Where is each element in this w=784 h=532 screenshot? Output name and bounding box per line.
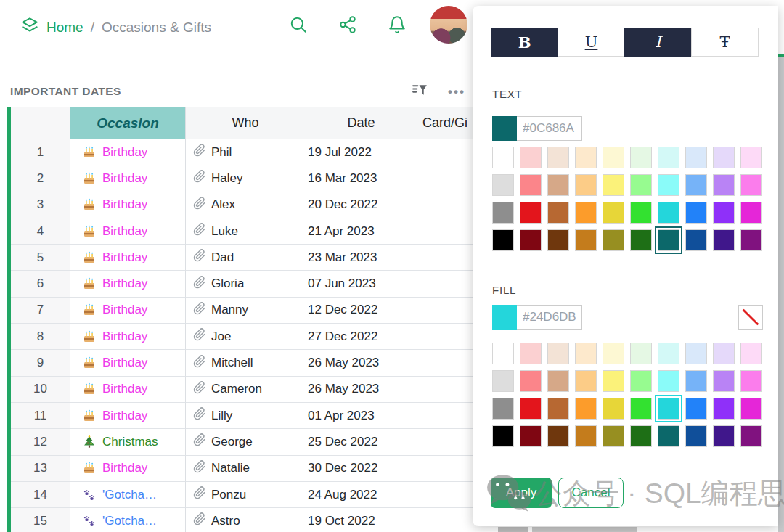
color-swatch[interactable]	[575, 370, 597, 392]
color-swatch[interactable]	[658, 202, 679, 224]
occasion-cell[interactable]: Birthday	[70, 324, 186, 350]
occasion-cell[interactable]: Birthday	[70, 456, 186, 482]
header-card-gift[interactable]: Card/Gi	[415, 107, 473, 139]
color-swatch[interactable]	[520, 202, 542, 224]
date-cell[interactable]: 12 Dec 2022	[298, 298, 415, 324]
color-swatch[interactable]	[685, 425, 707, 447]
card-gift-cell[interactable]	[415, 482, 473, 508]
color-swatch[interactable]	[603, 147, 624, 168]
color-swatch[interactable]	[658, 229, 679, 251]
color-swatch[interactable]	[575, 147, 597, 168]
color-swatch[interactable]	[603, 425, 624, 447]
color-swatch[interactable]	[547, 398, 569, 420]
color-swatch[interactable]	[685, 229, 707, 251]
who-cell[interactable]: Alex	[186, 192, 298, 218]
date-cell[interactable]: 24 Aug 2022	[298, 482, 415, 508]
card-gift-cell[interactable]	[415, 245, 473, 271]
color-swatch[interactable]	[630, 229, 652, 251]
color-swatch[interactable]	[713, 425, 735, 447]
card-gift-cell[interactable]	[415, 165, 473, 192]
who-cell[interactable]: Cameron	[186, 377, 298, 403]
card-gift-cell[interactable]	[415, 508, 473, 532]
strike-button[interactable]: Ŧ	[691, 28, 759, 57]
color-swatch[interactable]	[658, 425, 679, 447]
card-gift-cell[interactable]	[415, 350, 473, 376]
color-swatch[interactable]	[603, 343, 624, 364]
underline-button[interactable]: U	[558, 28, 625, 57]
date-cell[interactable]: 19 Oct 2022	[298, 508, 415, 532]
color-swatch[interactable]	[520, 229, 542, 251]
share-icon[interactable]	[338, 15, 357, 37]
card-gift-cell[interactable]	[415, 377, 473, 403]
color-swatch[interactable]	[685, 147, 707, 168]
date-cell[interactable]: 07 Jun 2023	[298, 271, 415, 297]
bell-icon[interactable]	[388, 15, 407, 37]
date-cell[interactable]: 01 Apr 2023	[298, 403, 415, 429]
search-icon[interactable]	[289, 15, 308, 37]
color-swatch[interactable]	[603, 174, 624, 196]
occasion-cell[interactable]: Birthday	[70, 192, 186, 218]
date-cell[interactable]: 23 Mar 2023	[298, 245, 415, 271]
color-swatch[interactable]	[685, 370, 707, 392]
header-who[interactable]: Who	[186, 107, 298, 139]
date-cell[interactable]: 19 Jul 2022	[298, 139, 415, 165]
who-cell[interactable]: Manny	[186, 298, 298, 324]
date-cell[interactable]: 21 Apr 2023	[298, 218, 415, 245]
color-swatch[interactable]	[547, 425, 569, 447]
color-swatch[interactable]	[740, 202, 762, 224]
color-swatch[interactable]	[603, 398, 624, 420]
color-swatch[interactable]	[713, 174, 735, 196]
color-swatch[interactable]	[575, 202, 597, 224]
card-gift-cell[interactable]	[415, 271, 473, 297]
color-swatch[interactable]	[547, 370, 569, 392]
color-swatch[interactable]	[520, 425, 542, 447]
color-swatch[interactable]	[713, 229, 735, 251]
occasion-cell[interactable]: 'Gotcha…	[70, 508, 186, 532]
date-cell[interactable]: 26 May 2023	[298, 350, 415, 376]
color-swatch[interactable]	[603, 370, 624, 392]
who-cell[interactable]: Mitchell	[186, 350, 298, 376]
color-swatch[interactable]	[492, 147, 514, 168]
cancel-button[interactable]: Cancel	[558, 478, 624, 508]
who-cell[interactable]: Astro	[186, 508, 298, 532]
color-swatch[interactable]	[713, 343, 735, 364]
color-swatch[interactable]	[520, 174, 542, 196]
vertical-scrollbar[interactable]	[778, 57, 784, 532]
color-swatch[interactable]	[740, 229, 762, 251]
color-swatch[interactable]	[492, 398, 514, 420]
italic-button[interactable]: I	[624, 28, 692, 57]
who-cell[interactable]: Ponzu	[186, 482, 298, 508]
who-cell[interactable]: Haley	[186, 165, 298, 192]
color-swatch[interactable]	[740, 370, 762, 392]
occasion-cell[interactable]: Birthday	[70, 165, 186, 192]
who-cell[interactable]: Natalie	[186, 456, 298, 482]
date-cell[interactable]: 16 Mar 2023	[298, 165, 415, 192]
color-swatch[interactable]	[520, 370, 542, 392]
color-swatch[interactable]	[520, 343, 542, 364]
color-swatch[interactable]	[575, 425, 597, 447]
occasion-cell[interactable]: Birthday	[70, 403, 186, 429]
card-gift-cell[interactable]	[415, 403, 473, 429]
color-swatch[interactable]	[658, 398, 679, 420]
date-cell[interactable]: 20 Dec 2022	[298, 192, 415, 218]
card-gift-cell[interactable]	[415, 298, 473, 324]
color-swatch[interactable]	[685, 398, 707, 420]
no-fill-button[interactable]	[738, 305, 763, 330]
color-swatch[interactable]	[492, 229, 514, 251]
color-swatch[interactable]	[520, 398, 542, 420]
avatar[interactable]	[430, 6, 467, 44]
date-cell[interactable]: 25 Dec 2022	[298, 429, 415, 455]
occasion-cell[interactable]: Birthday	[70, 350, 186, 376]
color-swatch[interactable]	[685, 202, 707, 224]
color-swatch[interactable]	[575, 229, 597, 251]
card-gift-cell[interactable]	[415, 218, 473, 245]
color-swatch[interactable]	[492, 174, 514, 196]
who-cell[interactable]: Gloria	[186, 271, 298, 297]
color-swatch[interactable]	[740, 174, 762, 196]
color-swatch[interactable]	[492, 202, 514, 224]
horizontal-scrollbar-thumb[interactable]	[498, 527, 528, 532]
color-swatch[interactable]	[713, 147, 735, 168]
color-swatch[interactable]	[630, 370, 652, 392]
color-swatch[interactable]	[685, 174, 707, 196]
apply-button[interactable]: Apply	[491, 478, 552, 508]
